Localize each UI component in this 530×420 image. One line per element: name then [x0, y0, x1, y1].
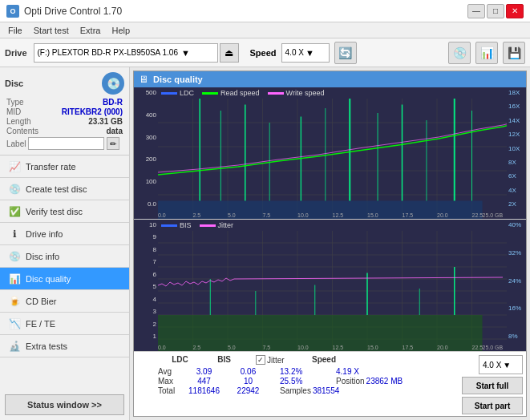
ldc-header: LDC [158, 355, 202, 365]
speed-select[interactable]: 4.0 X ▼ [281, 43, 330, 63]
svg-rect-13 [158, 201, 483, 220]
sidebar-item-extra-tests[interactable]: 🔬 Extra tests [0, 335, 129, 357]
sidebar-item-fe-te[interactable]: 📉 FE / TE [0, 313, 129, 335]
ldc-legend-label: LDC [180, 89, 194, 97]
stats-headers: LDC BIS ✓ Jitter Speed [158, 355, 455, 365]
disc-label-edit-button[interactable]: ✏ [107, 137, 119, 150]
graph-icon-button[interactable]: 📊 [475, 42, 498, 64]
refresh-button[interactable]: 🔄 [334, 42, 357, 64]
upper-chart-area: LDC Read speed Write speed [158, 87, 507, 219]
drive-select[interactable]: (F:) PLEXTOR BD-R PX-LB950SA 1.06 ▼ [34, 43, 218, 63]
svg-text:20.0: 20.0 [437, 345, 448, 350]
chart-title: Disc quality [153, 75, 203, 84]
svg-text:22.5: 22.5 [472, 212, 483, 218]
upper-chart: 500 400 300 200 100 0.0 LDC [134, 87, 526, 220]
drive-select-container: (F:) PLEXTOR BD-R PX-LB950SA 1.06 ▼ ⏏ [34, 43, 239, 63]
upper-legend: LDC Read speed Write speed [158, 87, 507, 99]
jitter-checkbox-label: Jitter [267, 356, 285, 365]
menu-extra[interactable]: Extra [75, 25, 106, 36]
write-speed-legend-label: Write speed [286, 89, 325, 97]
disc-label-input[interactable] [28, 137, 104, 150]
lower-chart-area: BIS Jitter [158, 220, 507, 351]
svg-text:15.0: 15.0 [367, 345, 378, 350]
eject-button[interactable]: ⏏ [220, 43, 239, 63]
read-speed-legend-label: Read speed [220, 89, 260, 97]
svg-text:7.5: 7.5 [263, 212, 271, 218]
disc-length-row: Length 23.31 GB [5, 117, 124, 126]
disc-label-row: Label ✏ [5, 137, 124, 150]
speed-header: Speed [312, 355, 352, 365]
stats-avg-row: Avg 3.09 0.06 13.2% 4.19 X [158, 367, 455, 376]
fe-te-icon: 📉 [8, 317, 21, 330]
bis-legend-color [161, 224, 177, 227]
speed-display-row: 4.0 X ▼ [479, 355, 523, 374]
upper-chart-svg: 0.0 2.5 5.0 7.5 10.0 12.5 15.0 17.5 20.0… [158, 99, 507, 219]
start-part-button[interactable]: Start part [462, 397, 523, 414]
charts-container: 500 400 300 200 100 0.0 LDC [134, 87, 526, 416]
lower-legend: BIS Jitter [158, 220, 507, 231]
bis-legend-item: BIS [161, 221, 192, 229]
upper-y-right: 18X 16X 14X 12X 10X 8X 6X 4X 2X [507, 87, 526, 219]
sidebar-item-label-cd-bier: CD Bier [26, 297, 57, 306]
sidebar-item-drive-info[interactable]: ℹ Drive info [0, 223, 129, 245]
sidebar-item-verify-test-disc[interactable]: ✅ Verify test disc [0, 200, 129, 223]
maximize-button[interactable]: □ [487, 4, 504, 18]
disc-icon: 💿 [102, 72, 124, 95]
svg-text:22.5: 22.5 [472, 345, 483, 350]
minimize-button[interactable]: — [467, 4, 485, 18]
svg-text:5.0: 5.0 [228, 345, 236, 350]
write-speed-legend-item: Write speed [268, 89, 325, 97]
disc-info-icon: 💿 [8, 250, 21, 263]
disc-title: Disc [5, 79, 23, 88]
status-window-button[interactable]: Status window >> [5, 394, 124, 415]
sidebar-item-disc-quality[interactable]: 📊 Disc quality [0, 268, 129, 290]
disc-quality-icon: 📊 [8, 273, 21, 285]
sidebar-item-label-disc-info: Disc info [26, 252, 59, 261]
chart-header: 🖥 Disc quality [134, 71, 526, 87]
sidebar-item-label-transfer-rate: Transfer rate [26, 162, 76, 172]
menu-file[interactable]: File [3, 25, 27, 36]
jitter-legend-item: Jitter [200, 221, 234, 229]
sidebar-item-create-test-disc[interactable]: 💿 Create test disc [0, 178, 129, 200]
total-ldc-value: 1181646 [182, 386, 226, 395]
max-bis-value: 10 [226, 377, 270, 386]
cd-bier-icon: 🍺 [8, 295, 21, 308]
position-label: Position [336, 377, 365, 386]
disc-icon-button[interactable]: 💿 [448, 42, 471, 64]
start-full-button[interactable]: Start full [462, 377, 523, 394]
jitter-legend-label: Jitter [218, 221, 234, 229]
svg-text:12.5: 12.5 [333, 212, 344, 218]
svg-text:10.0: 10.0 [297, 212, 309, 218]
drive-info-icon: ℹ [8, 228, 21, 240]
bis-header: BIS [202, 355, 246, 365]
avg-ldc-value: 3.09 [182, 367, 226, 376]
sidebar-item-disc-info[interactable]: 💿 Disc info [0, 245, 129, 268]
sidebar-item-label-create-test-disc: Create test disc [26, 184, 87, 194]
sidebar: Disc 💿 Type BD-R MID RITEKBR2 (000) Leng… [0, 67, 130, 420]
main-area: Disc 💿 Type BD-R MID RITEKBR2 (000) Leng… [0, 67, 530, 420]
write-speed-legend-color [268, 92, 284, 95]
bis-legend-label: BIS [180, 221, 192, 229]
speed-display-dropdown[interactable]: 4.0 X ▼ [479, 355, 523, 374]
disc-contents-label: Contents [6, 127, 38, 135]
save-button[interactable]: 💾 [503, 42, 525, 64]
sidebar-item-label-verify-test-disc: Verify test disc [26, 207, 83, 216]
disc-mid-row: MID RITEKBR2 (000) [5, 107, 124, 116]
jitter-checkbox[interactable]: ✓ [256, 355, 265, 365]
svg-text:15.0: 15.0 [367, 212, 378, 218]
lower-y-left: 10 9 8 7 6 5 4 3 2 1 [134, 220, 158, 351]
svg-text:0.0: 0.0 [158, 345, 166, 350]
menu-start-test[interactable]: Start test [29, 25, 74, 36]
close-button[interactable]: ✕ [506, 4, 524, 18]
svg-text:7.5: 7.5 [263, 345, 271, 350]
disc-contents-row: Contents data [5, 127, 124, 135]
sidebar-item-transfer-rate[interactable]: 📈 Transfer rate [0, 155, 129, 178]
lower-y-right: 40% 32% 24% 16% 8% [507, 220, 526, 351]
ldc-legend-color [161, 92, 177, 95]
disc-type-label: Type [6, 98, 24, 107]
sidebar-nav: 📈 Transfer rate 💿 Create test disc ✅ Ver… [0, 155, 129, 390]
extra-tests-icon: 🔬 [8, 340, 21, 353]
sidebar-item-cd-bier[interactable]: 🍺 CD Bier [0, 290, 129, 313]
menu-help[interactable]: Help [107, 25, 135, 36]
disc-label-label: Label [6, 139, 26, 148]
